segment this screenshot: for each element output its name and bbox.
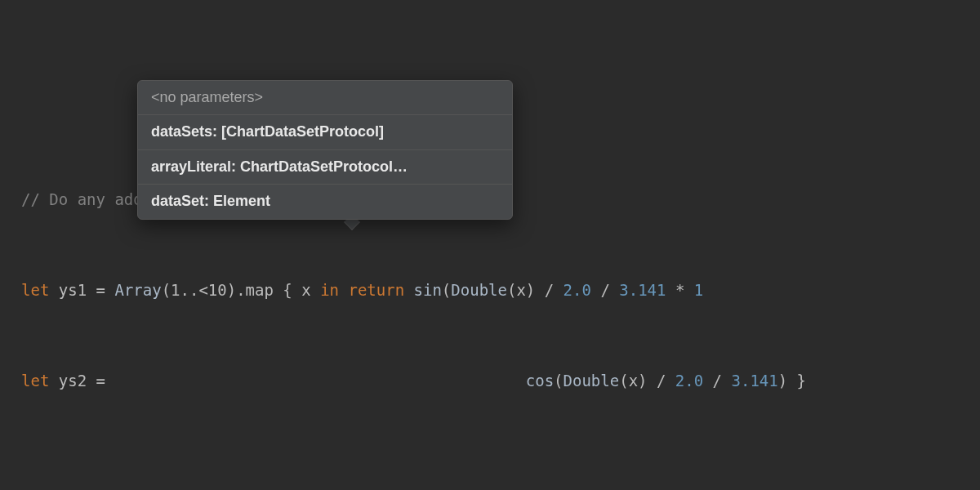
blank-line[interactable] bbox=[21, 457, 980, 488]
completion-item[interactable]: dataSets: [ChartDataSetProtocol] bbox=[138, 115, 512, 149]
code-line[interactable]: let ys2 = xxxxxxxxxxxxxxxxxxxxxxxxxxxxxx… bbox=[21, 366, 980, 396]
completion-item[interactable]: <no parameters> bbox=[138, 81, 512, 115]
parameter-hints-popup[interactable]: <no parameters> dataSets: [ChartDataSetP… bbox=[137, 80, 513, 220]
completion-item[interactable]: dataSet: Element bbox=[138, 185, 512, 218]
code-line[interactable]: let ys1 = Array(1..<10).map { x in retur… bbox=[21, 275, 980, 305]
completion-item[interactable]: arrayLiteral: ChartDataSetProtocol… bbox=[138, 150, 512, 185]
